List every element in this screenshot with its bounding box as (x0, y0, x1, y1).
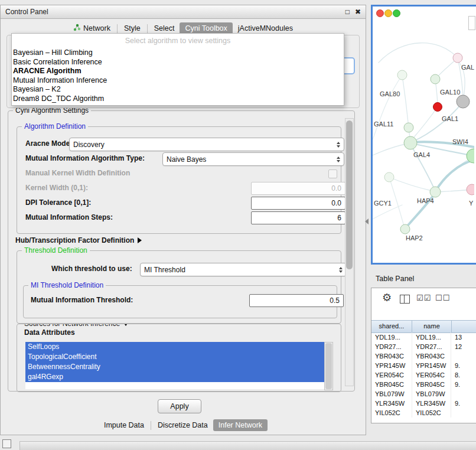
close-traffic-light[interactable] (376, 9, 384, 17)
mi-threshold-value: 0.5 (330, 296, 340, 305)
tab-separator (147, 24, 148, 33)
bottom-panel-strip[interactable] (19, 441, 476, 450)
table-row[interactable]: YER054CYER054C8. (371, 370, 476, 380)
mi-steps-field[interactable]: 6 (251, 211, 345, 224)
column-header-shared[interactable]: shared... (371, 321, 412, 332)
hub-definition-toggle[interactable]: Hub/Transcription Factor Definition (15, 236, 142, 244)
algorithm-option[interactable]: ARACNE Algorithm (12, 67, 344, 76)
algorithm-option[interactable]: Bayesian – K2 (12, 85, 344, 94)
network-node[interactable] (431, 74, 440, 84)
table-cell: YDL19... (412, 332, 451, 342)
tab-label: Infer Network (219, 421, 262, 429)
network-node[interactable] (430, 187, 441, 197)
gear-icon[interactable]: ⚙ (382, 291, 392, 304)
node-label: GAL4 (413, 151, 430, 158)
network-edge (402, 75, 409, 128)
network-edge (379, 43, 458, 63)
scrollbar-thumb[interactable] (325, 343, 332, 389)
tab-jactivemnodules[interactable]: jActiveMNodules (233, 22, 298, 34)
tab-infer-network[interactable]: Infer Network (213, 419, 268, 431)
table-row[interactable]: YDR27...YDR27...12 (371, 342, 476, 351)
deselect-all-checkboxes-icon[interactable]: ☐☐ (435, 294, 450, 302)
table-row[interactable]: YLR345WYLR345W9. (371, 399, 476, 408)
network-node[interactable] (467, 184, 474, 195)
mi-type-combobox[interactable]: Naive Bayes (162, 152, 344, 166)
settings-scrollbar[interactable] (345, 118, 354, 386)
aracne-mode-label: Aracne Mode: (25, 138, 72, 150)
scrollbar-thumb[interactable] (346, 120, 353, 269)
table-row[interactable]: YBR043CYBR043C (371, 351, 476, 361)
network-tab-icon (73, 24, 81, 33)
dpi-tolerance-field[interactable]: 0.0 (251, 197, 345, 210)
tab-cyni-toolbox[interactable]: Cyni Toolbox (180, 22, 232, 34)
float-window-icon[interactable]: □ (345, 8, 350, 15)
attribute-item[interactable]: BetweennessCentrality (25, 362, 324, 372)
network-canvas[interactable]: GALGAL80GAL10GAL11GAL1SWI4GAL4GCY1HAP4YH… (373, 6, 474, 259)
table-cell: YBR043C (371, 351, 412, 361)
splitter-collapse-arrow[interactable] (365, 219, 369, 224)
table-row[interactable]: YIL052CYIL052C (371, 408, 476, 418)
tab-select[interactable]: Select (149, 22, 180, 34)
zoom-traffic-light[interactable] (393, 9, 400, 17)
table-cell: YBR045C (371, 380, 412, 389)
manual-kernel-label: Manual Kernel Width Definition (25, 167, 130, 180)
tab-impute-data[interactable]: Impute Data (99, 419, 149, 431)
minimize-traffic-light[interactable] (384, 9, 392, 17)
combobox-arrows-icon (339, 267, 343, 273)
close-window-icon[interactable]: ✖ (355, 8, 361, 15)
table-row[interactable]: YDL19...YDL19...13 (371, 332, 476, 342)
hub-definition-label: Hub/Transcription Factor Definition (15, 236, 134, 244)
network-node[interactable] (404, 136, 417, 149)
network-node[interactable] (457, 95, 470, 108)
collapse-down-icon (123, 324, 129, 326)
tab-style[interactable]: Style (119, 22, 146, 34)
table-cell: YIL052C (412, 408, 451, 418)
network-node[interactable] (400, 224, 410, 234)
attribute-item[interactable]: gal4RGexp (25, 372, 324, 382)
network-view-window[interactable]: GALGAL80GAL10GAL11GAL1SWI4GAL4GCY1HAP4YH… (371, 5, 476, 265)
node-label: GAL (461, 64, 474, 71)
table-cell: YPR145W (412, 361, 451, 370)
table-cell: 9. (451, 380, 476, 389)
table-cell (451, 408, 476, 418)
docked-panel-icon[interactable] (2, 439, 11, 448)
tab-label: Cyni Toolbox (185, 24, 227, 32)
control-panel-titlebar[interactable]: Control Panel □ ✖ (1, 5, 366, 19)
apply-button[interactable]: Apply (158, 399, 201, 413)
column-chooser-icon[interactable] (400, 295, 410, 304)
network-node[interactable] (433, 103, 442, 112)
node-label: GAL1 (442, 115, 458, 122)
network-node[interactable] (453, 53, 462, 63)
mi-threshold-field[interactable]: 0.5 (249, 294, 344, 307)
threshold-definition-group: Threshold Definition Which threshold to … (17, 250, 341, 324)
aracne-mode-combobox[interactable]: Discovery (69, 138, 344, 151)
attribute-item[interactable]: SelfLoops (25, 342, 324, 352)
select-all-checkboxes-icon[interactable]: ☑☑ (416, 294, 431, 302)
attribute-item[interactable]: TopologicalCoefficient (25, 352, 324, 362)
node-label: GAL80 (380, 90, 400, 97)
sources-group: Sources for Network Inference Data Attri… (17, 324, 341, 392)
network-node[interactable] (404, 123, 413, 132)
algorithm-option[interactable]: Mutual Information Inference (12, 76, 344, 86)
table-cell: YDR27... (412, 342, 451, 351)
window-title: Control Panel (5, 8, 48, 16)
table-row[interactable]: YBR045CYBR045C9. (371, 380, 476, 389)
algorithm-option[interactable]: Basic Correlation Inference (12, 58, 344, 67)
tab-discretize-data[interactable]: Discretize Data (152, 419, 213, 431)
table-cell: YDR27... (371, 342, 412, 351)
table-row[interactable]: YPR145WYPR145W9. (371, 361, 476, 370)
algorithm-option[interactable]: Dream8 DC_TDC Algorithm (12, 94, 344, 104)
network-scrollbar-fragment[interactable] (468, 16, 475, 30)
table-row[interactable]: YBL079WYBL079W (371, 389, 476, 399)
attribute-list[interactable]: SelfLoopsTopologicalCoefficientBetweenne… (25, 342, 324, 389)
network-node[interactable] (397, 70, 407, 80)
table-cell: YBL079W (371, 389, 412, 399)
which-threshold-combobox[interactable]: MI Threshold (140, 263, 347, 276)
column-header-partial[interactable] (452, 321, 476, 332)
attribute-list-scrollbar[interactable] (324, 342, 333, 390)
table-cell: 12 (451, 342, 476, 351)
cyni-bottom-tabs: Impute Data Discretize Data Infer Networ… (1, 418, 366, 432)
network-node[interactable] (384, 172, 394, 182)
algorithm-option[interactable]: Bayesian – Hill Climbing (12, 48, 344, 58)
column-header-name[interactable]: name (412, 321, 452, 332)
